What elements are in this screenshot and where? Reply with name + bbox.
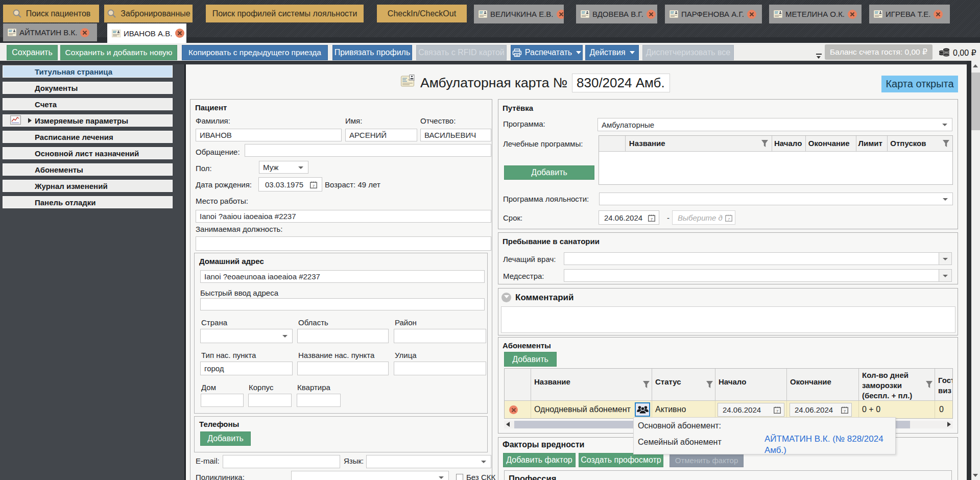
- svg-text:7: 7: [776, 409, 779, 414]
- svg-text:7: 7: [651, 217, 653, 222]
- svg-text:7: 7: [313, 184, 315, 188]
- svg-text:7: 7: [844, 409, 846, 414]
- svg-text:7: 7: [728, 217, 730, 222]
